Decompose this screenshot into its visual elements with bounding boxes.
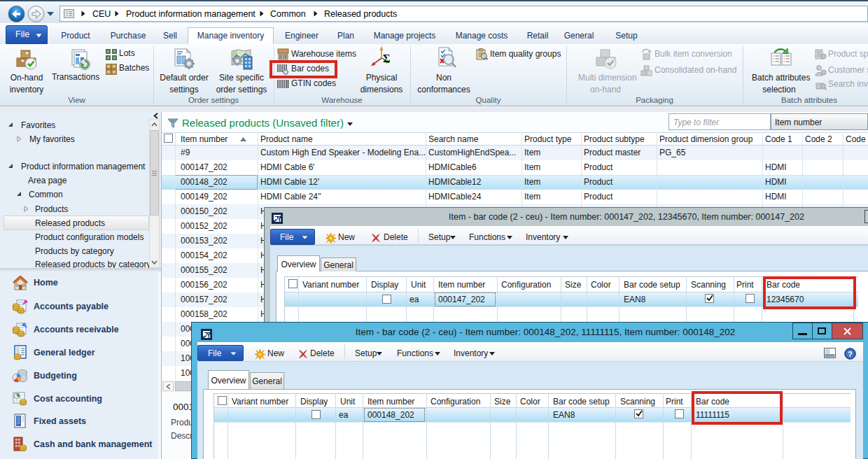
svg-text:Σ: Σ bbox=[383, 52, 390, 64]
svg-text:?: ? bbox=[848, 350, 853, 358]
